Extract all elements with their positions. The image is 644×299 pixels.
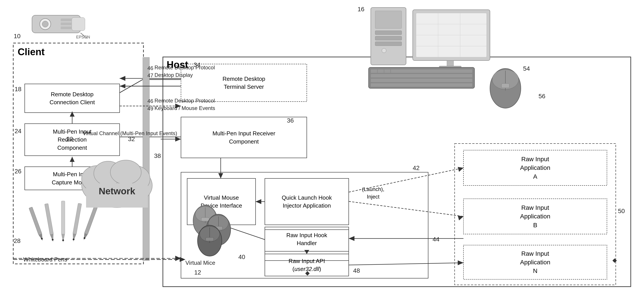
svg-rect-107	[502, 84, 509, 88]
svg-rect-100	[371, 83, 472, 87]
rdcc-box: Remote DesktopConnection Client	[25, 84, 120, 113]
ref-18: 18	[14, 86, 22, 93]
annot-desktop-display: Desktop Display	[154, 72, 193, 78]
ref-28: 28	[14, 237, 20, 244]
ref-10: 10	[14, 33, 20, 40]
projector-image: EPSON	[26, 3, 93, 41]
ref-24: 24	[14, 128, 22, 135]
svg-point-74	[62, 239, 64, 241]
svg-marker-70	[50, 234, 55, 242]
ref-50: 50	[618, 208, 625, 215]
svg-rect-72	[61, 201, 65, 234]
svg-marker-55	[256, 199, 261, 204]
raw-app-b-box: Raw InputApplicationB	[464, 199, 607, 234]
annot-rdp-keyboard: Remote Desktop Protocol	[154, 98, 215, 104]
ref-54: 54	[523, 65, 530, 72]
svg-point-112	[110, 160, 141, 184]
ref-42: 42	[413, 165, 420, 172]
rihh-box: Raw Input HookHandler	[265, 227, 349, 251]
mouse-image	[486, 66, 525, 110]
svg-line-20	[120, 80, 143, 93]
virtual-mice-line	[0, 255, 644, 264]
annot-ref-49: 49	[148, 106, 154, 112]
svg-marker-22	[120, 84, 125, 88]
svg-marker-25	[120, 76, 125, 81]
svg-marker-37	[458, 167, 464, 172]
svg-rect-83	[375, 31, 402, 35]
ref-38: 38	[154, 152, 161, 159]
diagram-container: 10 EPSON Client 18 Remote DesktopConnect…	[0, 0, 644, 299]
svg-point-86	[382, 48, 386, 53]
svg-marker-79	[82, 233, 88, 241]
svg-point-60	[42, 21, 48, 27]
svg-rect-82	[375, 11, 402, 29]
annot-ref-22: 22	[66, 136, 73, 143]
svg-rect-66	[29, 207, 42, 235]
computer-image	[366, 3, 499, 69]
svg-rect-62	[61, 23, 72, 25]
ref-16: 16	[358, 6, 364, 13]
svg-marker-76	[72, 234, 76, 242]
ref-48: 48	[353, 267, 360, 274]
ref-56: 56	[538, 93, 545, 100]
qlhi-box: Quick Launch HookInjector Application	[265, 178, 349, 225]
svg-rect-61	[61, 19, 72, 21]
svg-text:EPSON: EPSON	[76, 35, 90, 39]
launch-inject-label: (Launch),Inject	[362, 185, 384, 200]
annot-keyboard-mouse: Keyboard / Mouse Events	[154, 105, 215, 111]
svg-rect-118	[201, 217, 209, 221]
svg-marker-67	[38, 234, 44, 241]
annot-ref-32: 32	[128, 136, 135, 143]
annot-ref-46a: 46	[148, 65, 154, 71]
svg-rect-99	[371, 79, 472, 82]
svg-marker-128	[180, 257, 186, 262]
ref-12: 12	[194, 269, 201, 276]
svg-marker-39	[458, 215, 464, 220]
svg-marker-33	[70, 157, 74, 162]
annot-ref-47: 47	[148, 72, 154, 79]
svg-rect-63	[61, 27, 72, 29]
svg-marker-73	[61, 234, 65, 242]
keyboard-image	[366, 64, 481, 91]
ref-26: 26	[14, 168, 22, 175]
svg-marker-35	[218, 173, 223, 178]
mpirc-host-box: Multi-Pen Input ReceiverComponent	[181, 117, 307, 158]
svg-rect-84	[375, 36, 402, 40]
svg-marker-45	[349, 236, 354, 241]
ref-44: 44	[432, 236, 440, 243]
raw-app-a-box: Raw InputApplicationA	[464, 150, 607, 185]
svg-rect-126	[206, 237, 214, 241]
client-label: Client	[18, 46, 44, 57]
annot-ref-46b: 46	[148, 98, 154, 104]
network-area: Network	[75, 150, 159, 212]
svg-marker-29	[175, 137, 181, 142]
svg-rect-85	[375, 42, 402, 46]
svg-rect-97	[371, 69, 472, 73]
annot-rdp-display: Remote Desktop Protocol	[154, 65, 215, 71]
svg-line-38	[349, 201, 464, 216]
virtual-mice-area	[181, 203, 243, 258]
svg-rect-58	[72, 18, 85, 31]
svg-text:Network: Network	[99, 186, 135, 196]
svg-rect-98	[371, 74, 472, 78]
svg-rect-69	[44, 204, 54, 235]
